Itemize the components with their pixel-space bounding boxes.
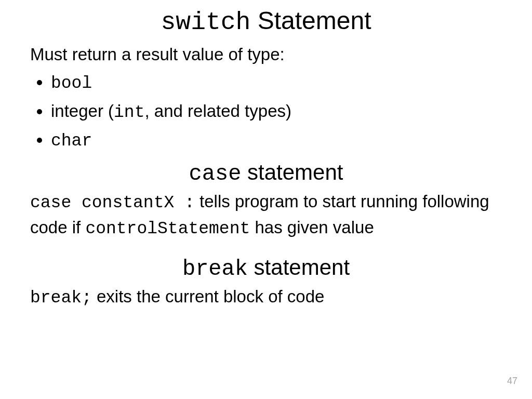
bullet-char-code: char: [51, 131, 92, 151]
bullet-bool: bool: [51, 70, 502, 96]
title-break: break statement: [30, 256, 502, 281]
title-break-code: break: [182, 257, 248, 282]
break-paragraph: break; exits the current block of code: [30, 285, 502, 311]
case-end: has given value: [250, 218, 374, 237]
title-code: switch: [161, 8, 251, 36]
title-case-code: case: [189, 162, 242, 187]
title-case-rest: statement: [241, 160, 343, 184]
bullet-int-code: int: [114, 103, 144, 122]
bullet-int-suffix: , and related types): [144, 101, 291, 121]
case-code-1: case constantX :: [30, 193, 195, 212]
title-switch: switch Statement: [30, 7, 502, 36]
case-paragraph: case constantX : tells program to start …: [30, 190, 502, 242]
page-number: 47: [507, 376, 517, 387]
bullet-int-prefix: integer (: [51, 101, 114, 121]
intro-text: Must return a result value of type:: [30, 43, 502, 67]
slide: switch Statement Must return a result va…: [0, 0, 532, 399]
title-break-rest: statement: [248, 255, 350, 280]
title-rest: Statement: [250, 7, 371, 34]
bullet-char: char: [51, 128, 502, 154]
break-code: break;: [30, 288, 92, 308]
title-case: case statement: [30, 161, 502, 185]
case-code-2: controlStatement: [85, 219, 250, 238]
bullet-bool-code: bool: [51, 74, 92, 93]
break-rest: exits the current block of code: [92, 287, 325, 306]
slide-body: Must return a result value of type: bool…: [30, 43, 502, 311]
type-list: bool integer (int, and related types) ch…: [30, 70, 502, 154]
bullet-integer: integer (int, and related types): [51, 99, 502, 125]
